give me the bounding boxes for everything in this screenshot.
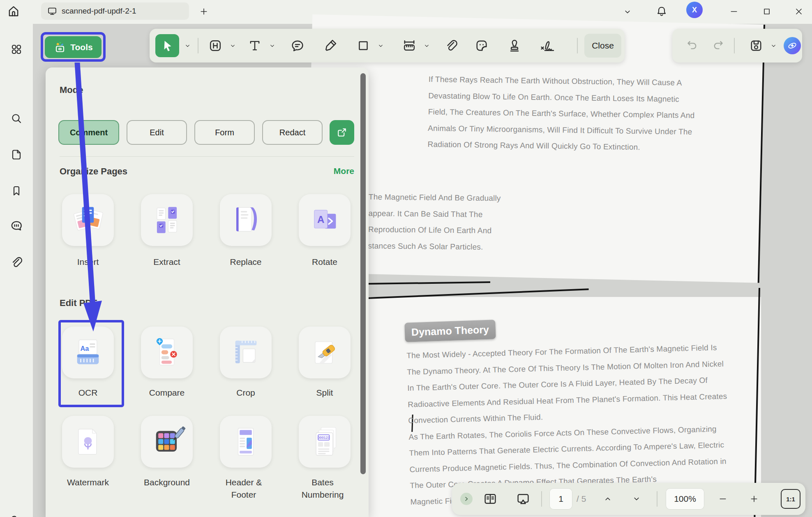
mode-label: Edit [150, 128, 164, 137]
highlight-tool-button[interactable] [207, 37, 224, 54]
highlight-tool-dropdown[interactable] [227, 40, 238, 51]
sidebar-item-page-thumbnails[interactable] [7, 146, 25, 164]
tool-tile-bates-numbering[interactable]: 000123 [299, 416, 351, 468]
measure-tool-button[interactable] [401, 37, 418, 54]
next-page-button[interactable] [629, 491, 644, 506]
tool-label-replace: Replace [213, 256, 279, 268]
save-dropdown[interactable] [768, 40, 779, 51]
sidebar-item-search[interactable] [7, 109, 25, 128]
close-label: Close [592, 41, 614, 51]
doc-text-line: appear. It Can Be Said That The [368, 209, 501, 226]
reading-mode-icon [483, 491, 498, 506]
close-toolbar-button[interactable]: Close [584, 34, 621, 58]
tool-tile-rotate[interactable]: A [299, 194, 351, 246]
open-in-new-window-button[interactable] [330, 120, 354, 145]
reading-mode-button[interactable] [482, 491, 499, 507]
tool-tile-compare[interactable] [141, 327, 193, 378]
mode-button-edit[interactable]: Edit [127, 120, 187, 145]
save-icon [749, 38, 764, 53]
tool-tile-replace[interactable] [220, 194, 272, 246]
mode-button-redact[interactable]: Redact [262, 120, 323, 145]
notifications-button[interactable] [653, 2, 671, 21]
user-avatar[interactable]: X [686, 2, 703, 18]
redo-button[interactable] [710, 37, 727, 54]
tool-tile-insert[interactable] [62, 194, 114, 246]
redo-icon [711, 39, 725, 53]
previous-page-button[interactable] [600, 491, 616, 506]
sidebar-item-apps[interactable] [7, 40, 25, 58]
doc-text-line: The Magnetic Field And Be Gradually [369, 192, 501, 210]
replace-icon [227, 201, 265, 239]
select-tool-button[interactable] [155, 34, 179, 57]
mode-button-comment[interactable]: Comment [58, 120, 119, 145]
stamp-tool-button[interactable] [506, 37, 523, 54]
minus-icon [718, 494, 728, 504]
bookmark-icon [10, 184, 23, 197]
tool-tile-crop[interactable] [220, 327, 272, 378]
tools-panel: Mode Comment Edit Form Redact Organize P… [46, 67, 369, 517]
annotation-toolbar: Close [150, 29, 625, 63]
text-tool-button[interactable] [247, 37, 263, 54]
comment-bubble-icon [290, 38, 305, 53]
tools-button[interactable]: Tools [45, 36, 102, 58]
page2-heading-text: Dynamo Theory [411, 324, 489, 338]
undo-button[interactable] [684, 37, 700, 54]
pen-tool-button[interactable] [322, 37, 339, 54]
page-number-input[interactable]: 1 [549, 488, 572, 510]
svg-text:000123: 000123 [318, 436, 330, 440]
comment-tool-button[interactable] [289, 37, 306, 54]
page2-heading-box: Dynamo Theory [404, 320, 496, 342]
tool-tile-watermark[interactable] [62, 416, 114, 468]
sidebar-item-bookmarks[interactable] [7, 182, 25, 200]
home-button[interactable] [5, 2, 22, 20]
ocr-highlight-box [58, 320, 124, 407]
ai-assistant-button[interactable] [784, 37, 801, 54]
avatar-initial: X [692, 6, 697, 14]
zoom-in-button[interactable] [746, 491, 762, 506]
minimize-button[interactable] [725, 2, 743, 21]
signature-tool-button[interactable] [538, 37, 556, 54]
compare-icon [148, 334, 186, 371]
tool-tile-background[interactable] [141, 416, 193, 468]
chevron-down-icon [184, 42, 191, 49]
actual-size-button[interactable]: 1:1 [781, 489, 800, 509]
save-button[interactable] [748, 37, 764, 54]
chevron-down-icon [229, 42, 236, 49]
attachment-tool-button[interactable] [443, 37, 459, 54]
header-footer-icon [227, 423, 265, 461]
zoom-out-button[interactable] [715, 491, 731, 506]
measure-tool-dropdown[interactable] [421, 40, 432, 51]
more-link[interactable]: More [317, 166, 354, 176]
sidebar-item-theme[interactable] [7, 511, 25, 517]
tool-tile-header-footer[interactable] [220, 416, 272, 468]
tool-tile-extract[interactable] [141, 194, 193, 246]
sticker-tool-button[interactable] [473, 37, 490, 54]
close-icon [794, 7, 804, 16]
close-window-button[interactable] [790, 2, 808, 21]
document-tab[interactable]: scanned-pdf-updf-2-1 [41, 2, 189, 20]
presentation-icon [516, 491, 531, 506]
organize-pages-heading: Organize Pages [60, 166, 127, 177]
shape-tool-button[interactable] [355, 37, 371, 54]
shape-tool-dropdown[interactable] [375, 40, 386, 51]
new-tab-button[interactable] [196, 4, 211, 19]
maximize-button[interactable] [758, 2, 776, 21]
select-cursor-icon [160, 39, 174, 53]
sidebar-item-attachments[interactable] [7, 253, 25, 271]
sidebar-item-comments[interactable] [7, 217, 25, 235]
presentation-button[interactable] [514, 491, 532, 507]
chevron-down-icon [423, 42, 430, 49]
expand-bar-button[interactable] [460, 493, 473, 505]
mode-button-form[interactable]: Form [194, 120, 255, 145]
total-pages: / 5 [577, 494, 586, 504]
text-tool-dropdown[interactable] [266, 40, 278, 51]
insert-icon [69, 201, 107, 239]
tool-tile-split[interactable] [299, 327, 351, 378]
apps-grid-icon [10, 43, 23, 56]
select-tool-dropdown[interactable] [182, 40, 193, 51]
collapse-toolbar-button[interactable] [619, 3, 636, 21]
zoom-level-box[interactable]: 100% [666, 488, 704, 510]
pen-icon [323, 38, 338, 53]
panel-scrollbar[interactable] [360, 73, 366, 474]
tool-label-split: Split [292, 387, 358, 399]
